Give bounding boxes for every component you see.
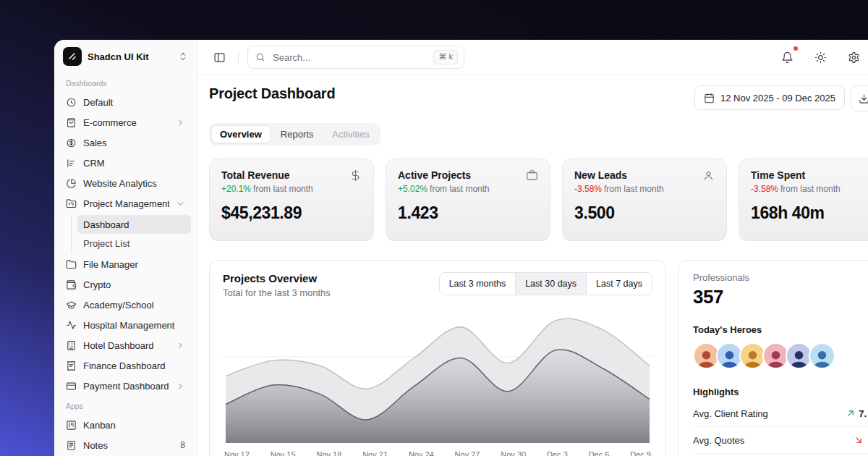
stat-note: from last month: [780, 184, 841, 194]
sidebar-item-project-management[interactable]: Project Management: [60, 193, 191, 214]
x-axis-label: Nov 21: [362, 450, 388, 456]
search-shortcut-kbd: ⌘ k: [433, 50, 458, 64]
sidebar-item-sales[interactable]: Sales: [60, 132, 191, 153]
shopping-bag-icon: [66, 117, 77, 128]
folder-icon: [66, 259, 77, 270]
sidebar-item-hotel[interactable]: Hotel Dashboard: [60, 335, 191, 355]
heroes-title: Today's Heroes: [693, 324, 868, 335]
sidebar-item-payment[interactable]: Payment Dashboard: [60, 376, 191, 396]
x-axis-label: Nov 12: [224, 450, 250, 456]
gear-icon: [848, 51, 860, 64]
highlight-row-quotes: Avg. Quotes: [693, 427, 868, 454]
sidebar-item-crypto[interactable]: Crypto: [60, 274, 191, 295]
app-logo: [63, 47, 82, 66]
highlight-row-client-rating: Avg. Client Rating 7.: [693, 400, 868, 427]
x-axis-label: Nov 18: [316, 450, 341, 456]
projects-overview-card: Projects Overview Total for the last 3 m…: [209, 260, 666, 456]
search-box[interactable]: ⌘ k: [247, 46, 464, 69]
pie-chart-icon: [66, 178, 77, 189]
search-icon: [255, 52, 265, 62]
kanban-icon: [66, 420, 77, 431]
page-title: Project Dashboard: [209, 85, 335, 102]
sidebar-item-ecommerce[interactable]: E-commerce: [60, 112, 191, 132]
download-icon: [859, 93, 868, 104]
wallet-icon: [66, 279, 77, 290]
project-management-submenu: Dashboard Project List: [71, 215, 191, 253]
stat-value: 1.423: [398, 203, 538, 223]
range-segmented-control: Last 3 months Last 30 days Last 7 days: [439, 272, 652, 295]
x-axis-label: Nov 15: [271, 450, 296, 456]
workspace-switcher[interactable]: Shadcn UI Kit: [60, 47, 191, 73]
sidebar-item-notes[interactable]: Notes 8: [60, 435, 191, 455]
date-range-button[interactable]: 12 Nov 2025 - 09 Dec 2025: [694, 85, 845, 110]
search-input[interactable]: [271, 51, 427, 64]
topbar-divider: [238, 51, 239, 63]
sidebar-item-finance[interactable]: Finance Dashboard: [60, 355, 191, 376]
graduation-cap-icon: [66, 300, 77, 311]
sidebar-item-default[interactable]: Default: [60, 92, 191, 112]
trend-up-icon: [846, 408, 856, 418]
receipt-icon: [66, 360, 77, 371]
chart-subtitle: Total for the last 3 months: [223, 287, 331, 298]
stat-delta: +20.1%: [221, 184, 251, 194]
stat-title: Total Revenue: [221, 169, 349, 181]
sidebar-item-file-manager[interactable]: File Manager: [60, 254, 191, 274]
tab-activities[interactable]: Activities: [323, 125, 378, 143]
folder-kanban-icon: [66, 198, 77, 209]
sidebar-subitem-dashboard[interactable]: Dashboard: [77, 215, 191, 234]
highlights-title: Highlights: [693, 387, 868, 397]
range-last-7-days[interactable]: Last 7 days: [586, 273, 652, 295]
stat-title: New Leads: [574, 169, 702, 181]
stat-cards: Total Revenue +20.1%from last month $45,…: [209, 159, 868, 241]
bar-chart-icon: [66, 158, 77, 169]
stat-value: 3.500: [574, 203, 715, 223]
briefcase-icon: [526, 169, 538, 182]
theme-toggle-button[interactable]: [810, 47, 830, 67]
stat-value: $45,231.89: [221, 203, 362, 223]
stat-card-time-spent: Time Spent -3.58%from last month 168h 40…: [739, 159, 868, 241]
x-axis-labels: Nov 12Nov 15Nov 18Nov 21Nov 24Nov 27Nov …: [223, 450, 652, 456]
sidebar-group-dashboards: Dashboards: [60, 73, 191, 92]
area-chart-svg: [223, 310, 652, 446]
stat-card-active-projects: Active Projects +5.02%from last month 1.…: [386, 159, 550, 241]
tab-overview[interactable]: Overview: [211, 125, 271, 143]
chevrons-up-down-icon: [178, 51, 188, 62]
stat-value: 168h 40m: [751, 203, 868, 223]
sidebar-item-academy[interactable]: Academy/School: [60, 295, 191, 315]
page-tabs: Overview Reports Activities: [209, 123, 380, 145]
app-title: Shadcn UI Kit: [88, 51, 172, 62]
chart-title: Projects Overview: [223, 272, 331, 284]
circle-dollar-icon: [66, 138, 77, 148]
credit-card-icon: [66, 381, 77, 392]
sidebar: Shadcn UI Kit Dashboards Default E-comme…: [54, 40, 197, 456]
topbar-actions: [777, 47, 864, 67]
highlights-list: Avg. Client Rating 7. Avg. Quotes: [693, 400, 868, 456]
page-content: Project Dashboard 12 Nov 2025 - 09 Dec 2…: [197, 75, 868, 456]
stat-note: from last month: [604, 184, 664, 194]
sidebar-subitem-project-list[interactable]: Project List: [77, 234, 191, 253]
dashboard-grid: Projects Overview Total for the last 3 m…: [209, 260, 868, 456]
chevron-right-icon: [176, 341, 185, 350]
activity-icon: [66, 320, 77, 331]
sidebar-item-hospital[interactable]: Hospital Management: [60, 315, 191, 335]
sidebar-item-website-analytics[interactable]: Website Analytics: [60, 173, 191, 193]
notifications-button[interactable]: [777, 47, 797, 67]
sidebar-item-kanban[interactable]: Kanban: [60, 415, 191, 435]
sidebar-item-crm[interactable]: CRM: [60, 153, 191, 173]
panel-left-icon: [213, 51, 226, 64]
range-last-3-months[interactable]: Last 3 months: [440, 273, 516, 295]
stat-card-new-leads: New Leads -3.58%from last month 3.500: [562, 159, 727, 241]
stat-note: from last month: [430, 184, 490, 194]
settings-button[interactable]: [843, 47, 864, 67]
stat-delta: -3.58%: [574, 184, 602, 194]
tab-reports[interactable]: Reports: [272, 125, 323, 143]
professionals-card: Professionals 357 Today's Heroes Highlig…: [678, 260, 868, 456]
range-last-30-days[interactable]: Last 30 days: [515, 273, 586, 295]
export-button[interactable]: [851, 85, 868, 111]
sun-icon: [814, 51, 827, 64]
calendar-icon: [704, 93, 715, 104]
x-axis-label: Dec 3: [547, 450, 568, 456]
sidebar-toggle-button[interactable]: [209, 47, 229, 67]
topbar: ⌘ k: [197, 40, 868, 75]
date-range-label: 12 Nov 2025 - 09 Dec 2025: [720, 93, 835, 104]
